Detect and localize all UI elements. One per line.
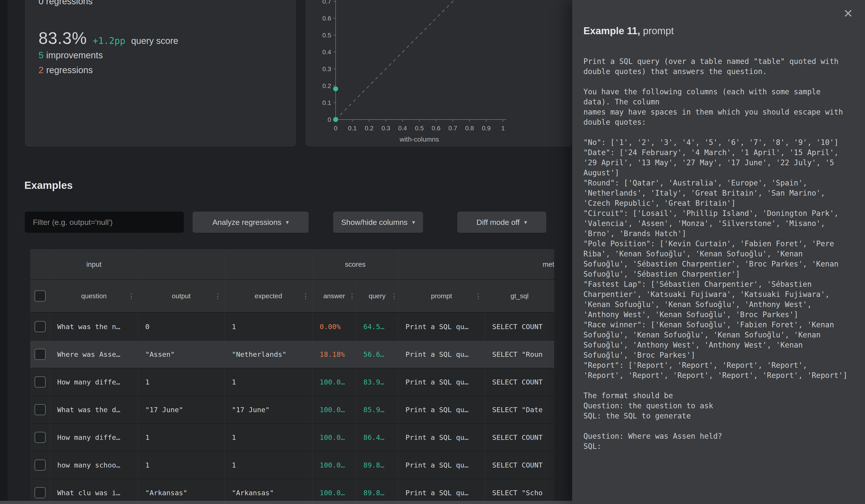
column-header-query[interactable]: query⋮ <box>356 280 398 312</box>
cell-prompt[interactable]: Print a SQL qu… <box>398 341 485 368</box>
cell-output[interactable]: "Assen" <box>138 341 224 368</box>
cell-value-output: "Assen" <box>138 350 175 359</box>
cell-expected[interactable]: 1 <box>224 368 312 396</box>
cell-output[interactable]: "Arkansas" <box>138 479 224 504</box>
column-menu-icon[interactable]: ⋮ <box>349 292 356 300</box>
cell-prompt[interactable]: Print a SQL qu… <box>398 368 485 396</box>
row-checkbox[interactable] <box>34 432 46 443</box>
cell-answer[interactable]: 100.0… <box>312 424 356 451</box>
scatter-point[interactable] <box>333 86 338 91</box>
cell-question[interactable]: What was the n… <box>50 313 138 340</box>
column-header-expected[interactable]: expected⋮ <box>224 280 312 312</box>
cell-gt_sql[interactable]: SELECT COUNT <box>485 313 554 340</box>
cell-answer[interactable]: 100.0… <box>312 451 356 479</box>
cell-prompt[interactable]: Print a SQL qu… <box>398 313 485 340</box>
column-menu-icon[interactable]: ⋮ <box>215 292 221 300</box>
cell-answer[interactable]: 100.0… <box>312 368 356 396</box>
cell-prompt[interactable]: Print a SQL qu… <box>398 424 485 451</box>
cell-gt_sql[interactable]: SELECT "Roun <box>485 341 554 368</box>
column-header-gt_sql[interactable]: gt_sql <box>485 280 554 312</box>
svg-text:0.4: 0.4 <box>322 49 331 56</box>
cell-query[interactable]: 56.6… <box>356 341 398 368</box>
cell-output[interactable]: "17 June" <box>138 396 224 423</box>
cell-value-expected: "Netherlands" <box>224 350 287 359</box>
cell-question[interactable]: How many diffe… <box>50 368 138 396</box>
cell-value-question: how many schoo… <box>50 461 120 469</box>
table-column-header-row: question⋮output⋮expected⋮answer⋮query⋮pr… <box>30 280 554 313</box>
row-checkbox[interactable] <box>34 459 46 471</box>
show-hide-columns-button[interactable]: Show/hide columns ▾ <box>333 212 423 233</box>
cell-output[interactable]: 1 <box>138 424 224 451</box>
row-checkbox[interactable] <box>34 404 46 415</box>
row-checkbox[interactable] <box>34 321 46 332</box>
cell-value-answer: 100.0… <box>312 433 345 442</box>
cell-value-prompt: Print a SQL qu… <box>398 323 469 331</box>
cell-answer[interactable]: 18.18% <box>312 341 356 368</box>
column-header-question[interactable]: question⋮ <box>50 280 138 312</box>
analyze-regressions-button[interactable]: Analyze regressions ▾ <box>193 212 309 233</box>
cell-output[interactable]: 1 <box>138 451 224 479</box>
horizontal-scrollbar[interactable] <box>0 501 572 504</box>
cell-value-answer: 100.0… <box>312 378 345 386</box>
cell-prompt[interactable]: Print a SQL qu… <box>398 396 485 423</box>
cell-gt_sql[interactable]: SELECT "Scho <box>485 479 554 504</box>
select-all-checkbox[interactable] <box>34 290 46 302</box>
cell-value-gt_sql: SELECT COUNT <box>485 378 543 386</box>
cell-question[interactable]: What was the d… <box>50 396 138 423</box>
improvements-label: improvements <box>46 50 103 60</box>
diff-mode-button[interactable]: Diff mode off ▾ <box>457 212 546 233</box>
cell-value-question: How many diffe… <box>50 433 120 442</box>
column-header-prompt[interactable]: prompt⋮ <box>398 280 485 312</box>
cell-value-answer: 100.0… <box>312 406 345 414</box>
cell-question[interactable]: how many schoo… <box>50 451 138 479</box>
cell-expected[interactable]: 1 <box>224 451 312 479</box>
close-icon[interactable]: ✕ <box>843 7 853 20</box>
row-checkbox[interactable] <box>34 349 46 360</box>
analyze-regressions-label: Analyze regressions <box>212 218 281 227</box>
scatter-point[interactable] <box>333 117 338 122</box>
column-menu-icon[interactable]: ⋮ <box>302 292 309 300</box>
show-hide-columns-label: Show/hide columns <box>341 218 408 227</box>
cell-question[interactable]: What clu was i… <box>50 479 138 504</box>
cell-query[interactable]: 64.5… <box>356 313 398 340</box>
cell-query[interactable]: 86.4… <box>356 424 398 451</box>
cell-value-prompt: Print a SQL qu… <box>398 461 469 469</box>
cell-question[interactable]: How many diffe… <box>50 424 138 451</box>
cell-gt_sql[interactable]: SELECT COUNT <box>485 424 554 451</box>
cell-query[interactable]: 83.9… <box>356 368 398 396</box>
cell-answer[interactable]: 0.00% <box>312 313 356 340</box>
cell-output[interactable]: 0 <box>138 313 224 340</box>
cell-answer[interactable]: 100.0… <box>312 479 356 504</box>
column-menu-icon[interactable]: ⋮ <box>391 292 397 300</box>
cell-query[interactable]: 89.8… <box>356 451 398 479</box>
cell-expected[interactable]: "17 June" <box>224 396 312 423</box>
column-menu-icon[interactable]: ⋮ <box>475 292 482 300</box>
svg-text:0.7: 0.7 <box>449 125 457 132</box>
cell-value-question: What was the n… <box>50 323 120 331</box>
cell-expected[interactable]: 1 <box>224 424 312 451</box>
cell-expected[interactable]: "Arkansas" <box>224 479 312 504</box>
cell-question[interactable]: Where was Asse… <box>50 341 138 368</box>
cell-expected[interactable]: 1 <box>224 313 312 340</box>
row-checkbox[interactable] <box>34 376 46 388</box>
cell-value-answer: 18.18% <box>312 350 345 359</box>
cell-expected[interactable]: "Netherlands" <box>224 341 312 368</box>
cell-prompt[interactable]: Print a SQL qu… <box>398 479 485 504</box>
cell-gt_sql[interactable]: SELECT COUNT <box>485 451 554 479</box>
column-header-answer[interactable]: answer⋮ <box>312 280 356 312</box>
row-checkbox[interactable] <box>34 487 46 499</box>
cell-answer[interactable]: 100.0… <box>312 396 356 423</box>
group-label-metadata: metadata <box>543 260 554 269</box>
cell-gt_sql[interactable]: SELECT "Date <box>485 396 554 423</box>
group-header-scores: scores <box>312 249 398 279</box>
cell-output[interactable]: 1 <box>138 368 224 396</box>
filter-input[interactable] <box>25 212 184 233</box>
column-header-output[interactable]: output⋮ <box>138 280 224 312</box>
cell-value-output: 1 <box>138 461 150 469</box>
cell-query[interactable]: 85.9… <box>356 396 398 423</box>
cell-gt_sql[interactable]: SELECT COUNT <box>485 368 554 396</box>
row-select-cell <box>30 396 50 423</box>
column-menu-icon[interactable]: ⋮ <box>128 292 135 300</box>
cell-query[interactable]: 89.8… <box>356 479 398 504</box>
cell-prompt[interactable]: Print a SQL qu… <box>398 451 485 479</box>
